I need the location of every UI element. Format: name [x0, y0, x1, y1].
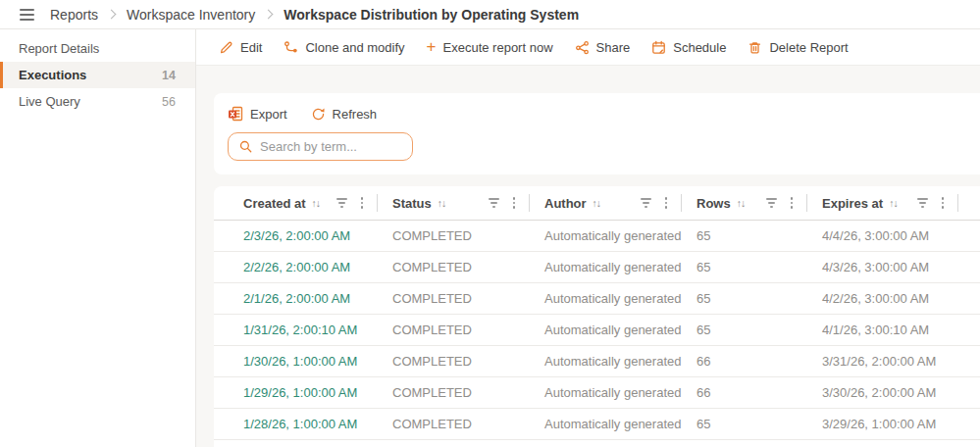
- column-menu-icon[interactable]: [359, 195, 366, 211]
- table-row[interactable]: 1/28/26, 1:00:00 AM COMPLETED Automatica…: [214, 409, 980, 440]
- refresh-button[interactable]: Refresh: [311, 107, 378, 122]
- branch-icon: [284, 40, 298, 55]
- column-header-status: Status ↑↓: [378, 186, 530, 220]
- expires-at-cell: 3/30/26, 2:00:00 AM: [807, 385, 958, 400]
- author-cell: Automatically generated: [530, 323, 682, 337]
- sidebar-item-label: Executions: [19, 68, 86, 82]
- created-at-cell[interactable]: 1/29/26, 1:00:00 AM: [214, 385, 378, 400]
- created-at-cell[interactable]: 1/30/26, 1:00:00 AM: [214, 354, 378, 369]
- breadcrumb-reports[interactable]: Reports: [50, 7, 98, 23]
- column-label[interactable]: Rows: [696, 196, 731, 211]
- column-header-author: Author ↑↓: [530, 186, 682, 220]
- chevron-right-icon: [264, 10, 274, 20]
- column-header-filler: [958, 186, 980, 220]
- schedule-label: Schedule: [673, 40, 726, 55]
- clone-and-modify-label: Clone and modify: [305, 40, 404, 55]
- filter-icon[interactable]: [766, 198, 778, 208]
- table-row[interactable]: 2/3/26, 2:00:00 AM COMPLETED Automatical…: [214, 221, 980, 252]
- filter-icon[interactable]: [336, 198, 348, 208]
- created-at-cell[interactable]: 1/31/26, 2:00:10 AM: [214, 323, 378, 337]
- column-header-expires-at: Expires at ↑↓: [807, 186, 958, 220]
- edit-label: Edit: [240, 40, 262, 55]
- search-box: [228, 132, 413, 161]
- filter-icon[interactable]: [489, 198, 500, 208]
- column-menu-icon[interactable]: [940, 195, 947, 211]
- filter-icon[interactable]: [917, 198, 929, 208]
- created-at-cell[interactable]: 2/2/26, 2:00:00 AM: [214, 260, 378, 274]
- executions-table: Created at ↑↓ Status ↑↓: [214, 186, 980, 447]
- content-area: Export Refresh: [196, 66, 980, 447]
- breadcrumb-workspace-inventory[interactable]: Workspace Inventory: [127, 7, 255, 23]
- plus-icon: +: [427, 38, 437, 55]
- execute-report-now-button[interactable]: + Execute report now: [416, 34, 564, 60]
- rows-cell: 65: [682, 323, 807, 337]
- export-button[interactable]: Export: [228, 106, 287, 122]
- expires-at-cell: 4/4/26, 3:00:00 AM: [807, 228, 958, 243]
- table-row[interactable]: 1/30/26, 1:00:00 AM COMPLETED Automatica…: [214, 346, 980, 377]
- expires-at-cell: 3/29/26, 1:00:00 AM: [807, 417, 958, 431]
- schedule-button[interactable]: Schedule: [641, 34, 737, 60]
- expires-at-cell: 4/3/26, 3:00:00 AM: [807, 260, 958, 274]
- search-input[interactable]: [260, 139, 402, 154]
- excel-export-icon: [228, 106, 243, 122]
- status-cell: COMPLETED: [378, 354, 530, 369]
- sidebar-item-report-details[interactable]: Report Details: [0, 35, 195, 62]
- sidebar-item-executions[interactable]: Executions 14: [0, 62, 195, 88]
- column-menu-icon[interactable]: [511, 195, 518, 211]
- sort-icon[interactable]: ↑↓: [312, 197, 321, 209]
- top-bar: Reports Workspace Inventory Workspace Di…: [0, 0, 980, 29]
- list-controls-card: Export Refresh: [214, 93, 980, 174]
- rows-cell: 65: [682, 260, 807, 274]
- column-menu-icon[interactable]: [789, 195, 796, 211]
- created-at-cell[interactable]: 2/3/26, 2:00:00 AM: [214, 228, 378, 243]
- execute-report-now-label: Execute report now: [443, 40, 553, 55]
- rows-cell: 66: [682, 354, 807, 369]
- author-cell: Automatically generated: [530, 354, 682, 369]
- breadcrumb-current-page: Workspace Distribution by Operating Syst…: [284, 7, 579, 23]
- sort-icon[interactable]: ↑↓: [593, 197, 601, 209]
- table-row[interactable]: 1/29/26, 1:00:00 AM COMPLETED Automatica…: [214, 377, 980, 409]
- rows-cell: 66: [682, 385, 807, 400]
- column-label[interactable]: Created at: [243, 196, 306, 211]
- sidebar: Report Details Executions 14 Live Query …: [0, 29, 196, 447]
- pencil-icon: [219, 40, 233, 55]
- expires-at-cell: 4/1/26, 3:00:10 AM: [807, 323, 958, 337]
- sort-icon[interactable]: ↑↓: [737, 197, 746, 209]
- status-cell: COMPLETED: [378, 260, 530, 274]
- author-cell: Automatically generated: [530, 260, 682, 274]
- clone-and-modify-button[interactable]: Clone and modify: [273, 34, 415, 60]
- table-row[interactable]: 1/31/26, 2:00:10 AM COMPLETED Automatica…: [214, 315, 980, 346]
- author-cell: Automatically generated: [530, 417, 682, 431]
- sidebar-item-count: 14: [162, 69, 176, 82]
- sidebar-item-live-query[interactable]: Live Query 56: [0, 88, 195, 115]
- created-at-cell[interactable]: 1/28/26, 1:00:00 AM: [214, 417, 378, 431]
- column-header-created-at: Created at ↑↓: [214, 186, 378, 220]
- edit-button[interactable]: Edit: [208, 34, 273, 60]
- column-label[interactable]: Author: [544, 196, 587, 211]
- column-menu-icon[interactable]: [663, 195, 670, 211]
- share-button[interactable]: Share: [564, 34, 642, 60]
- table-row[interactable]: 2/1/26, 2:00:00 AM COMPLETED Automatical…: [214, 283, 980, 315]
- breadcrumb: Reports Workspace Inventory Workspace Di…: [50, 7, 579, 23]
- table-row[interactable]: 2/2/26, 2:00:00 AM COMPLETED Automatical…: [214, 252, 980, 283]
- rows-cell: 65: [682, 417, 807, 431]
- sidebar-item-count: 56: [162, 95, 176, 109]
- status-cell: COMPLETED: [378, 385, 530, 400]
- table-header-row: Created at ↑↓ Status ↑↓: [214, 186, 980, 221]
- main-content: Edit Clone and modify + Execute report n…: [196, 29, 980, 447]
- status-cell: COMPLETED: [378, 323, 530, 337]
- column-label[interactable]: Status: [392, 196, 432, 211]
- delete-report-button[interactable]: Delete Report: [737, 34, 858, 60]
- column-label[interactable]: Expires at: [822, 196, 883, 211]
- filter-icon[interactable]: [641, 198, 652, 208]
- rows-cell: 65: [682, 291, 807, 306]
- created-at-cell[interactable]: 2/1/26, 2:00:00 AM: [214, 291, 378, 306]
- hamburger-menu-icon[interactable]: [20, 9, 34, 21]
- sort-icon[interactable]: ↑↓: [438, 197, 446, 209]
- sort-icon[interactable]: ↑↓: [889, 197, 898, 209]
- rows-cell: 65: [682, 228, 807, 243]
- calendar-icon: [651, 40, 666, 55]
- share-label: Share: [596, 40, 631, 55]
- report-actions-toolbar: Edit Clone and modify + Execute report n…: [196, 29, 980, 66]
- author-cell: Automatically generated: [530, 291, 682, 306]
